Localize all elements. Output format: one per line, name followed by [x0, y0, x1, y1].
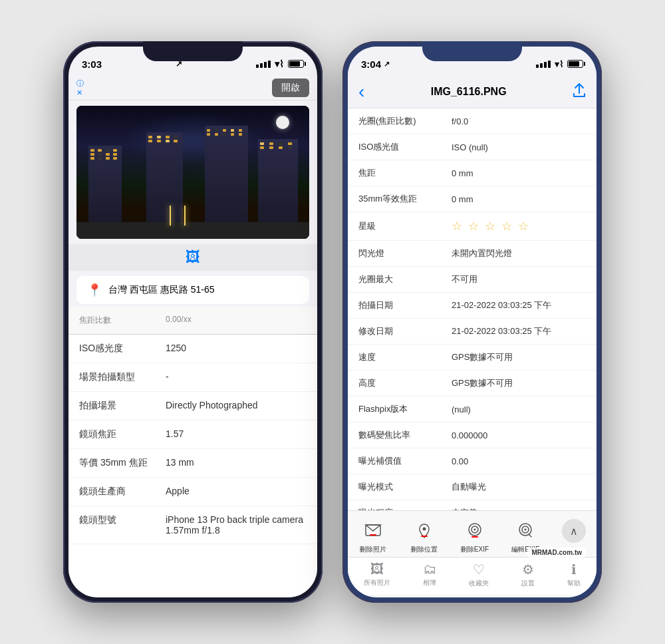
tab-album[interactable]: 🗂 相簿 — [423, 562, 436, 588]
nav-title: IMG_6116.PNG — [431, 86, 507, 98]
photo-strip-icon: 🖼 — [186, 249, 200, 266]
ground — [76, 222, 309, 239]
exif-row-flashpix: Flashpix版本 (null) — [348, 397, 597, 422]
table-row-maker: 鏡頭生產商 Apple — [68, 478, 317, 506]
svg-point-7 — [473, 529, 475, 531]
exif-row-flash: 閃光燈 未開內置閃光燈 — [348, 241, 597, 267]
data-table: 焦距比數 0.00/xx ISO感光度 1250 場景拍攝類型 - 拍攝場景 D… — [68, 307, 317, 597]
svg-marker-1 — [366, 525, 380, 531]
exif-row-speed: 速度 GPS數據不可用 — [348, 345, 597, 371]
cityscape-image — [76, 106, 309, 239]
wifi-icon: ▾⌇ — [275, 59, 284, 69]
expand-button[interactable]: ∧ — [562, 519, 586, 543]
right-status-icons: ▾⌇ — [536, 59, 583, 69]
right-phone: 3:04 ↗ ▾⌇ ‹ IMG_6116.PNG — [342, 41, 602, 603]
delete-location-label: 刪除位置 — [411, 545, 438, 554]
help-icon: ℹ — [571, 562, 577, 577]
table-row-capture-scene: 拍攝場景 Directly Photographed — [68, 392, 317, 420]
left-status-icons: ▾⌇ — [256, 59, 304, 69]
help-label: 幫助 — [567, 579, 581, 588]
delete-exif-button[interactable]: 刪除EXIF — [460, 519, 489, 554]
exif-row-expmode: 曝光模式 自動曝光 — [348, 474, 597, 500]
location-bar: 📍 台灣 西屯區 惠民路 51-65 — [76, 276, 309, 304]
album-label: 相簿 — [423, 578, 436, 587]
exif-row-digitalzoom: 數碼變焦比率 0.000000 — [348, 422, 597, 448]
tab-favorites[interactable]: ♡ 收藏夾 — [469, 562, 489, 588]
building — [258, 139, 298, 226]
tab-help[interactable]: ℹ 幫助 — [567, 562, 581, 588]
exif-row-altitude: 高度 GPS數據不可用 — [348, 371, 597, 397]
all-photos-label: 所有照片 — [364, 578, 390, 587]
exif-row-capturedate: 拍攝日期 21-02-2022 03:03:25 下午 — [348, 293, 597, 319]
building — [205, 126, 248, 226]
back-button[interactable]: ‹ — [358, 81, 364, 102]
right-signal-bars — [536, 61, 551, 68]
favorites-icon: ♡ — [473, 562, 485, 577]
svg-point-11 — [525, 529, 527, 531]
ad-info-icon: ⓘ — [76, 79, 84, 88]
tab-settings[interactable]: ⚙ 設置 — [521, 562, 535, 588]
settings-icon: ⚙ — [522, 562, 534, 577]
share-button[interactable] — [573, 83, 586, 101]
delete-photo-icon — [358, 519, 388, 543]
building — [88, 146, 122, 226]
all-photos-icon: 🖼 — [370, 562, 384, 577]
location-text: 台灣 西屯區 惠民路 51-65 — [108, 284, 214, 296]
signal-bars — [256, 61, 271, 68]
settings-label: 設置 — [521, 579, 535, 588]
album-icon: 🗂 — [423, 562, 436, 577]
exif-row-maxaperture: 光圈最大 不可用 — [348, 267, 597, 293]
ad-banner: ⓘ ✕ 開啟 — [68, 76, 317, 100]
table-row-focal35: 等價 35mm 焦距 13 mm — [68, 449, 317, 478]
left-notch — [143, 41, 243, 61]
right-location-arrow: ↗ — [384, 60, 390, 69]
table-row: 焦距比數 0.00/xx — [68, 307, 317, 335]
watermark: MRMAD.com.tw — [527, 548, 586, 558]
table-row-model: 鏡頭型號 iPhone 13 Pro back triple camera 1.… — [68, 506, 317, 544]
exif-row-aperture: 光圈(焦距比數) f/0.0 — [348, 108, 597, 134]
exif-row-ev: 曝光補償值 0.00 — [348, 448, 597, 474]
edit-exif-icon — [511, 519, 540, 543]
exif-row-moddate: 修改日期 21-02-2022 03:03:25 下午 — [348, 319, 597, 345]
ad-open-button[interactable]: 開啟 — [272, 79, 309, 97]
delete-photo-label: 刪除照片 — [360, 545, 386, 554]
battery-icon — [288, 60, 304, 68]
right-wifi-icon: ▾⌇ — [555, 59, 563, 69]
left-time: 3:03 — [82, 59, 102, 70]
exif-row-expprogram: 曝光程序 未定義 — [348, 500, 597, 510]
right-time: 3:04 — [361, 59, 381, 70]
favorites-label: 收藏夾 — [469, 579, 489, 588]
delete-location-button[interactable]: 刪除位置 — [410, 519, 439, 554]
location-icon: 📍 — [87, 283, 102, 297]
table-row-iso: ISO感光度 1250 — [68, 335, 317, 363]
delete-exif-label: 刪除EXIF — [461, 545, 489, 554]
svg-point-3 — [422, 528, 426, 531]
exif-row-focal35: 35mm等效焦距 0 mm — [348, 186, 597, 212]
delete-location-icon — [410, 519, 439, 543]
delete-exif-icon — [460, 519, 489, 543]
exif-table: 光圈(焦距比數) f/0.0 ISO感光值 ISO (null) 焦距 0 mm… — [348, 108, 597, 510]
ad-close-icon[interactable]: ✕ — [76, 88, 84, 97]
exif-row-iso: ISO感光值 ISO (null) — [348, 134, 597, 160]
tab-bar: 🖼 所有照片 🗂 相簿 ♡ 收藏夾 ⚙ 設置 — [348, 557, 597, 595]
ad-info: ⓘ ✕ — [76, 79, 84, 97]
star-rating[interactable]: ☆ ☆ ☆ ☆ ☆ — [452, 219, 530, 234]
photo-area — [76, 106, 309, 239]
nav-header: ‹ IMG_6116.PNG — [348, 76, 597, 108]
left-phone: 3:03 ↗ ▾⌇ ⓘ ✕ 開啟 — [63, 41, 323, 603]
right-battery — [567, 60, 583, 68]
exif-row-focal: 焦距 0 mm — [348, 160, 597, 186]
table-row-focal: 鏡頭焦距 1.57 — [68, 420, 317, 449]
right-notch — [422, 41, 522, 61]
table-row-scene-type: 場景拍攝類型 - — [68, 363, 317, 392]
exif-row-stars: 星級 ☆ ☆ ☆ ☆ ☆ — [348, 212, 597, 241]
tab-all-photos[interactable]: 🖼 所有照片 — [364, 562, 390, 588]
delete-photo-button[interactable]: 刪除照片 — [358, 519, 388, 554]
photo-strip: 🖼 — [68, 244, 317, 271]
